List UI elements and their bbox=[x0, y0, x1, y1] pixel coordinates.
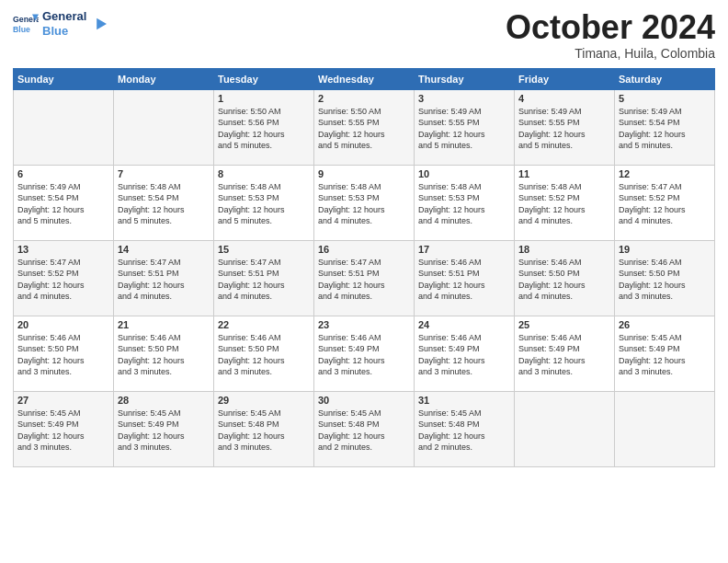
calendar-week-row: 27Sunrise: 5:45 AM Sunset: 5:49 PM Dayli… bbox=[14, 391, 715, 466]
day-info: Sunrise: 5:46 AM Sunset: 5:49 PM Dayligh… bbox=[318, 332, 410, 378]
day-info: Sunrise: 5:49 AM Sunset: 5:55 PM Dayligh… bbox=[518, 106, 610, 152]
calendar-cell: 13Sunrise: 5:47 AM Sunset: 5:52 PM Dayli… bbox=[14, 240, 114, 316]
day-info: Sunrise: 5:47 AM Sunset: 5:51 PM Dayligh… bbox=[218, 257, 310, 303]
day-number: 2 bbox=[318, 93, 410, 104]
calendar-day-header: Sunday bbox=[14, 68, 114, 89]
calendar-cell: 15Sunrise: 5:47 AM Sunset: 5:51 PM Dayli… bbox=[214, 240, 314, 316]
calendar-cell bbox=[515, 391, 615, 466]
day-info: Sunrise: 5:48 AM Sunset: 5:53 PM Dayligh… bbox=[318, 181, 410, 227]
calendar-cell: 4Sunrise: 5:49 AM Sunset: 5:55 PM Daylig… bbox=[515, 89, 615, 165]
day-number: 10 bbox=[418, 168, 510, 179]
calendar-cell: 6Sunrise: 5:49 AM Sunset: 5:54 PM Daylig… bbox=[14, 165, 114, 240]
day-info: Sunrise: 5:49 AM Sunset: 5:54 PM Dayligh… bbox=[17, 181, 109, 227]
calendar-cell: 1Sunrise: 5:50 AM Sunset: 5:56 PM Daylig… bbox=[214, 89, 314, 165]
day-number: 20 bbox=[17, 319, 109, 330]
calendar-day-header: Monday bbox=[114, 68, 214, 89]
day-info: Sunrise: 5:45 AM Sunset: 5:49 PM Dayligh… bbox=[118, 408, 210, 454]
calendar-day-header: Friday bbox=[515, 68, 615, 89]
day-number: 19 bbox=[619, 244, 711, 255]
calendar-day-header: Tuesday bbox=[214, 68, 314, 89]
calendar-week-row: 13Sunrise: 5:47 AM Sunset: 5:52 PM Dayli… bbox=[14, 240, 715, 316]
calendar-cell: 3Sunrise: 5:49 AM Sunset: 5:55 PM Daylig… bbox=[415, 89, 515, 165]
page-container: General Blue General Blue October 2024 T… bbox=[0, 0, 728, 477]
day-info: Sunrise: 5:48 AM Sunset: 5:52 PM Dayligh… bbox=[518, 181, 610, 227]
month-title: October 2024 bbox=[506, 9, 715, 46]
calendar-cell: 11Sunrise: 5:48 AM Sunset: 5:52 PM Dayli… bbox=[515, 165, 615, 240]
calendar-week-row: 1Sunrise: 5:50 AM Sunset: 5:56 PM Daylig… bbox=[14, 89, 715, 165]
day-info: Sunrise: 5:48 AM Sunset: 5:53 PM Dayligh… bbox=[418, 181, 510, 227]
day-number: 24 bbox=[418, 319, 510, 330]
calendar-cell: 20Sunrise: 5:46 AM Sunset: 5:50 PM Dayli… bbox=[14, 316, 114, 391]
day-number: 31 bbox=[418, 395, 510, 406]
day-info: Sunrise: 5:46 AM Sunset: 5:50 PM Dayligh… bbox=[619, 257, 711, 303]
calendar-cell: 8Sunrise: 5:48 AM Sunset: 5:53 PM Daylig… bbox=[214, 165, 314, 240]
logo-icon: General Blue bbox=[13, 11, 39, 37]
calendar-cell: 28Sunrise: 5:45 AM Sunset: 5:49 PM Dayli… bbox=[114, 391, 214, 466]
day-number: 14 bbox=[118, 244, 210, 255]
calendar-cell: 29Sunrise: 5:45 AM Sunset: 5:48 PM Dayli… bbox=[214, 391, 314, 466]
day-number: 7 bbox=[118, 168, 210, 179]
day-info: Sunrise: 5:48 AM Sunset: 5:53 PM Dayligh… bbox=[218, 181, 310, 227]
calendar-cell: 19Sunrise: 5:46 AM Sunset: 5:50 PM Dayli… bbox=[615, 240, 715, 316]
day-info: Sunrise: 5:49 AM Sunset: 5:55 PM Dayligh… bbox=[418, 106, 510, 152]
day-info: Sunrise: 5:48 AM Sunset: 5:54 PM Dayligh… bbox=[118, 181, 210, 227]
calendar-cell: 10Sunrise: 5:48 AM Sunset: 5:53 PM Dayli… bbox=[415, 165, 515, 240]
day-number: 17 bbox=[418, 244, 510, 255]
day-number: 6 bbox=[17, 168, 109, 179]
calendar-cell: 18Sunrise: 5:46 AM Sunset: 5:50 PM Dayli… bbox=[515, 240, 615, 316]
day-info: Sunrise: 5:46 AM Sunset: 5:50 PM Dayligh… bbox=[518, 257, 610, 303]
calendar-cell: 23Sunrise: 5:46 AM Sunset: 5:49 PM Dayli… bbox=[314, 316, 415, 391]
day-number: 12 bbox=[619, 168, 711, 179]
day-info: Sunrise: 5:46 AM Sunset: 5:49 PM Dayligh… bbox=[418, 332, 510, 378]
day-number: 15 bbox=[218, 244, 310, 255]
day-info: Sunrise: 5:47 AM Sunset: 5:51 PM Dayligh… bbox=[118, 257, 210, 303]
svg-marker-3 bbox=[97, 17, 108, 29]
logo: General Blue General Blue bbox=[13, 9, 107, 38]
calendar-cell: 12Sunrise: 5:47 AM Sunset: 5:52 PM Dayli… bbox=[615, 165, 715, 240]
day-info: Sunrise: 5:46 AM Sunset: 5:50 PM Dayligh… bbox=[218, 332, 310, 378]
day-number: 25 bbox=[518, 319, 610, 330]
calendar-cell: 22Sunrise: 5:46 AM Sunset: 5:50 PM Dayli… bbox=[214, 316, 314, 391]
calendar-cell: 26Sunrise: 5:45 AM Sunset: 5:49 PM Dayli… bbox=[615, 316, 715, 391]
day-number: 18 bbox=[518, 244, 610, 255]
calendar-cell: 5Sunrise: 5:49 AM Sunset: 5:54 PM Daylig… bbox=[615, 89, 715, 165]
calendar-week-row: 6Sunrise: 5:49 AM Sunset: 5:54 PM Daylig… bbox=[14, 165, 715, 240]
calendar-day-header: Saturday bbox=[615, 68, 715, 89]
day-info: Sunrise: 5:46 AM Sunset: 5:50 PM Dayligh… bbox=[118, 332, 210, 378]
calendar-cell: 31Sunrise: 5:45 AM Sunset: 5:48 PM Dayli… bbox=[415, 391, 515, 466]
day-number: 5 bbox=[619, 93, 711, 104]
day-info: Sunrise: 5:47 AM Sunset: 5:51 PM Dayligh… bbox=[318, 257, 410, 303]
calendar-cell: 9Sunrise: 5:48 AM Sunset: 5:53 PM Daylig… bbox=[314, 165, 415, 240]
calendar-cell bbox=[14, 89, 114, 165]
day-number: 22 bbox=[218, 319, 310, 330]
day-info: Sunrise: 5:46 AM Sunset: 5:51 PM Dayligh… bbox=[418, 257, 510, 303]
day-info: Sunrise: 5:50 AM Sunset: 5:55 PM Dayligh… bbox=[318, 106, 410, 152]
day-number: 26 bbox=[619, 319, 711, 330]
header: General Blue General Blue October 2024 T… bbox=[13, 9, 715, 61]
calendar-cell: 27Sunrise: 5:45 AM Sunset: 5:49 PM Dayli… bbox=[14, 391, 114, 466]
calendar-cell bbox=[114, 89, 214, 165]
day-number: 16 bbox=[318, 244, 410, 255]
day-number: 28 bbox=[118, 395, 210, 406]
day-info: Sunrise: 5:50 AM Sunset: 5:56 PM Dayligh… bbox=[218, 106, 310, 152]
day-info: Sunrise: 5:47 AM Sunset: 5:52 PM Dayligh… bbox=[619, 181, 711, 227]
location-subtitle: Timana, Huila, Colombia bbox=[506, 46, 715, 61]
day-number: 4 bbox=[518, 93, 610, 104]
calendar-cell: 2Sunrise: 5:50 AM Sunset: 5:55 PM Daylig… bbox=[314, 89, 415, 165]
day-info: Sunrise: 5:45 AM Sunset: 5:48 PM Dayligh… bbox=[218, 408, 310, 454]
calendar-cell: 14Sunrise: 5:47 AM Sunset: 5:51 PM Dayli… bbox=[114, 240, 214, 316]
logo-arrow-icon bbox=[90, 16, 107, 32]
calendar-cell bbox=[615, 391, 715, 466]
title-block: October 2024 Timana, Huila, Colombia bbox=[506, 9, 715, 61]
calendar-table: SundayMondayTuesdayWednesdayThursdayFrid… bbox=[13, 68, 715, 467]
day-info: Sunrise: 5:47 AM Sunset: 5:52 PM Dayligh… bbox=[17, 257, 109, 303]
day-info: Sunrise: 5:46 AM Sunset: 5:50 PM Dayligh… bbox=[17, 332, 109, 378]
calendar-day-header: Thursday bbox=[415, 68, 515, 89]
day-number: 1 bbox=[218, 93, 310, 104]
calendar-cell: 24Sunrise: 5:46 AM Sunset: 5:49 PM Dayli… bbox=[415, 316, 515, 391]
day-number: 29 bbox=[218, 395, 310, 406]
day-number: 21 bbox=[118, 319, 210, 330]
svg-text:Blue: Blue bbox=[13, 24, 30, 33]
day-info: Sunrise: 5:45 AM Sunset: 5:48 PM Dayligh… bbox=[318, 408, 410, 454]
day-number: 8 bbox=[218, 168, 310, 179]
